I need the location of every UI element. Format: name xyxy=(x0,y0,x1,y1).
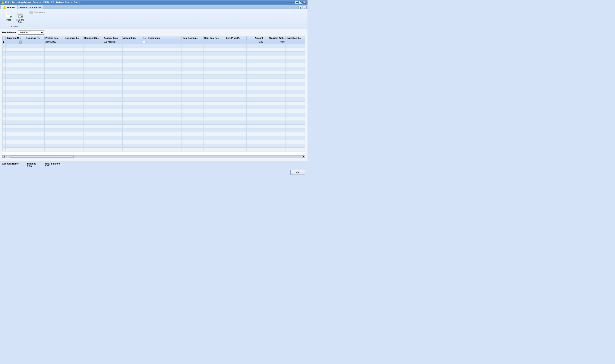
empty-cell xyxy=(142,78,147,82)
table-row[interactable] xyxy=(2,59,305,63)
empty-cell xyxy=(182,140,203,144)
empty-cell xyxy=(103,148,122,152)
table-row[interactable] xyxy=(2,113,305,117)
recurring-method-input[interactable] xyxy=(6,41,19,43)
empty-cell xyxy=(264,75,285,78)
table-row[interactable] xyxy=(2,55,305,59)
empty-cell xyxy=(64,78,83,82)
restore-button[interactable]: ❐ xyxy=(299,1,302,4)
ok-row: OK xyxy=(0,169,308,176)
table-row[interactable] xyxy=(2,125,305,129)
table-row[interactable] xyxy=(2,44,305,48)
empty-cell xyxy=(247,63,264,67)
cell-account-type[interactable]: G/L Account xyxy=(103,40,122,44)
table-row[interactable] xyxy=(2,136,305,140)
help-button[interactable]: ? xyxy=(303,6,307,9)
empty-cell xyxy=(2,109,6,113)
empty-cell xyxy=(142,102,147,105)
empty-cell xyxy=(25,148,44,152)
table-row[interactable] xyxy=(2,78,305,82)
table-row[interactable] xyxy=(2,67,305,71)
cell-bal[interactable] xyxy=(142,40,147,44)
cell-gen-prod-posting[interactable] xyxy=(225,40,246,44)
cell-gen-bus-posting[interactable] xyxy=(203,40,225,44)
minimize-button[interactable]: — xyxy=(295,1,298,4)
table-row[interactable] xyxy=(2,63,305,67)
empty-cell xyxy=(44,117,64,121)
empty-cell xyxy=(64,44,83,48)
empty-cell xyxy=(225,117,246,121)
empty-cell xyxy=(103,52,122,55)
empty-cell xyxy=(25,102,44,105)
empty-cell xyxy=(285,86,305,90)
cell-gen-posting[interactable] xyxy=(182,40,203,44)
table-row[interactable] xyxy=(2,94,305,98)
table-row[interactable] xyxy=(2,86,305,90)
table-row[interactable] xyxy=(2,148,305,152)
cell-recurring-freq[interactable] xyxy=(25,40,44,44)
cell-expiration-date[interactable] xyxy=(285,40,305,44)
empty-cell xyxy=(285,94,305,98)
empty-cell xyxy=(64,136,83,140)
ok-button[interactable]: OK xyxy=(290,170,305,175)
cell-description[interactable] xyxy=(147,40,182,44)
tab-actions[interactable]: Actions xyxy=(1,5,17,9)
table-row[interactable] xyxy=(2,75,305,78)
table-row[interactable] xyxy=(2,144,305,148)
scroll-right-button[interactable]: ▶ xyxy=(302,156,305,158)
table-row[interactable] xyxy=(2,117,305,121)
total-balance-field: Total Balance 0.00 xyxy=(45,162,60,168)
table-row[interactable] xyxy=(2,90,305,94)
cell-recurring-method[interactable]: ▼ xyxy=(6,40,25,44)
table-row[interactable] xyxy=(2,140,305,144)
empty-cell xyxy=(147,148,182,152)
close-button[interactable]: ✕ xyxy=(303,1,306,4)
cell-allocated-amt[interactable]: 0.00 xyxy=(264,40,285,44)
empty-cell xyxy=(285,98,305,102)
table-row[interactable] xyxy=(2,105,305,109)
empty-cell xyxy=(122,55,142,59)
table-row[interactable] xyxy=(2,71,305,75)
empty-cell xyxy=(182,82,203,86)
empty-cell xyxy=(247,136,264,140)
empty-cell xyxy=(44,86,64,90)
data-grid[interactable]: Recurring M... Recurring Fr... Posting D… xyxy=(2,36,305,155)
post-and-print-button[interactable]: Post andPrint xyxy=(14,11,26,24)
empty-cell xyxy=(142,67,147,71)
cell-account-no[interactable] xyxy=(122,40,142,44)
table-row[interactable] xyxy=(2,121,305,125)
empty-cell xyxy=(225,121,246,125)
bal-checkbox[interactable] xyxy=(143,41,146,43)
batch-name-select[interactable]: DEFAULT xyxy=(18,30,44,35)
horizontal-scrollbar[interactable]: ◀ ▶ xyxy=(2,155,305,158)
empty-cell xyxy=(6,67,25,71)
empty-cell xyxy=(44,94,64,98)
empty-cell xyxy=(247,109,264,113)
cell-amount[interactable]: 0.00 xyxy=(247,40,264,44)
empty-cell xyxy=(182,75,203,78)
table-row[interactable] xyxy=(2,48,305,52)
empty-cell xyxy=(64,144,83,148)
empty-cell xyxy=(264,140,285,144)
grid-view-button[interactable]: ⊞ xyxy=(298,6,302,9)
recurring-method-dropdown[interactable]: ▼ xyxy=(19,40,22,43)
post-button[interactable]: Post xyxy=(3,11,14,24)
table-row[interactable]: ▶ ▼ 20/04/2012 G/L Account xyxy=(2,40,305,44)
table-row[interactable] xyxy=(2,132,305,136)
app-icon xyxy=(1,1,4,4)
table-row[interactable] xyxy=(2,102,305,105)
window-title: Edit - Recurring General Journal - DEFAU… xyxy=(5,1,80,4)
cell-document-type[interactable] xyxy=(64,40,83,44)
tab-related-information[interactable]: Related Information xyxy=(18,5,43,9)
table-row[interactable] xyxy=(2,82,305,86)
scroll-left-button[interactable]: ◀ xyxy=(2,156,5,158)
empty-cell xyxy=(6,55,25,59)
table-row[interactable] xyxy=(2,98,305,102)
cell-posting-date[interactable]: 20/04/2012 xyxy=(44,40,64,44)
scrollbar-thumb[interactable] xyxy=(10,156,74,158)
table-row[interactable] xyxy=(2,129,305,132)
cell-document-no[interactable] xyxy=(83,40,103,44)
empty-cell xyxy=(203,117,225,121)
table-row[interactable] xyxy=(2,52,305,55)
table-row[interactable] xyxy=(2,109,305,113)
